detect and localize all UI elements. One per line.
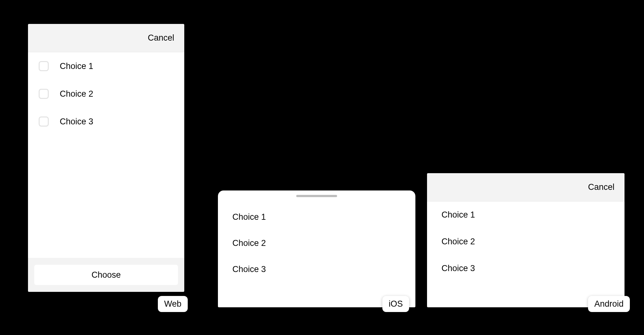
- cancel-button[interactable]: Cancel: [588, 182, 614, 192]
- choice-list: Choice 1 Choice 2 Choice 3: [427, 202, 625, 307]
- list-item-label: Choice 2: [441, 237, 475, 247]
- list-item-label: Choice 3: [60, 117, 93, 127]
- picker-footer: Choose: [28, 258, 184, 292]
- list-item[interactable]: Choice 3: [28, 108, 184, 135]
- platform-badge-web: Web: [158, 296, 188, 312]
- drag-handle-icon[interactable]: [296, 195, 337, 197]
- choose-button[interactable]: Choose: [34, 265, 178, 285]
- picker-panel-android: Cancel Choice 1 Choice 2 Choice 3: [427, 173, 625, 307]
- checkbox-icon[interactable]: [39, 89, 49, 99]
- list-item-label: Choice 3: [232, 264, 266, 274]
- list-item-label: Choice 1: [441, 210, 475, 220]
- drag-handle-area[interactable]: [218, 190, 415, 204]
- checkbox-icon[interactable]: [39, 61, 49, 71]
- list-item[interactable]: Choice 1: [218, 204, 415, 230]
- list-item[interactable]: Choice 3: [427, 255, 625, 282]
- list-item[interactable]: Choice 1: [28, 52, 184, 80]
- picker-header: Cancel: [427, 173, 625, 202]
- choice-list: Choice 1 Choice 2 Choice 3: [28, 52, 184, 258]
- list-item-label: Choice 1: [232, 212, 266, 222]
- picker-panel-ios: Choice 1 Choice 2 Choice 3: [218, 190, 415, 307]
- platform-badge-android: Android: [588, 296, 630, 312]
- list-item-label: Choice 3: [441, 264, 475, 273]
- platform-badge-ios: iOS: [382, 296, 409, 312]
- list-item-label: Choice 2: [232, 238, 266, 248]
- list-item[interactable]: Choice 2: [218, 230, 415, 256]
- picker-header: Cancel: [28, 24, 184, 52]
- list-item[interactable]: Choice 3: [218, 256, 415, 282]
- list-item-label: Choice 1: [60, 61, 93, 71]
- picker-panel-web: Cancel Choice 1 Choice 2 Choice 3 Choose: [28, 24, 184, 292]
- list-item[interactable]: Choice 1: [427, 202, 625, 228]
- list-item-label: Choice 2: [60, 89, 93, 99]
- checkbox-icon[interactable]: [39, 116, 49, 127]
- list-item[interactable]: Choice 2: [427, 228, 625, 255]
- cancel-button[interactable]: Cancel: [148, 33, 174, 43]
- choice-list: Choice 1 Choice 2 Choice 3: [218, 204, 415, 307]
- list-item[interactable]: Choice 2: [28, 80, 184, 108]
